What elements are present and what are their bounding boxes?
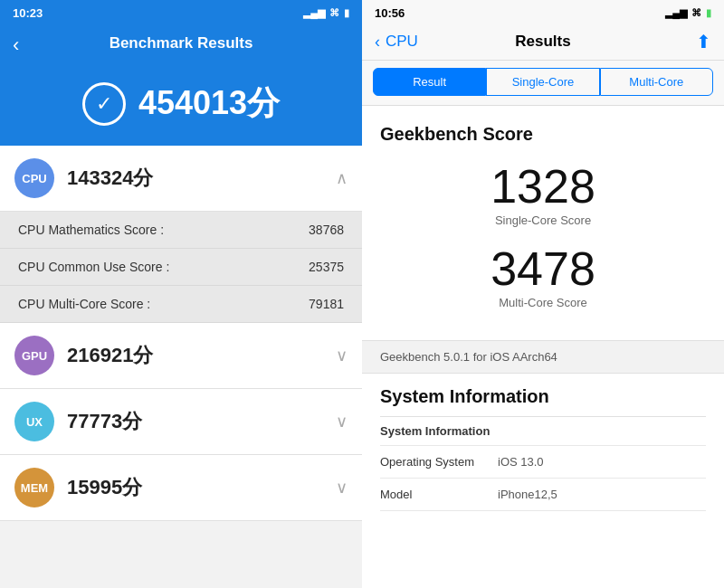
right-cpu-link[interactable]: CPU [386, 33, 418, 51]
cpu-chevron: ∧ [336, 168, 348, 188]
right-nav-wrapper: ‹ CPU Results ⬆ [375, 31, 711, 52]
mem-chevron: ∨ [336, 478, 348, 498]
right-back-button[interactable]: ‹ [375, 33, 380, 52]
right-share-button[interactable]: ⬆ [696, 31, 711, 52]
category-mem-row[interactable]: MEM 15995分 ∨ [0, 455, 362, 521]
left-panel: 10:23 ▂▄▆ ⌘ ▮ ‹ Benchmark Results ✓ 4540… [0, 0, 362, 588]
sub-row-math: CPU Mathematics Score : 38768 [0, 212, 362, 249]
sys-key-model: Model [380, 488, 498, 501]
sys-table-header: System Information [380, 417, 706, 446]
single-core-score: 1328 [380, 163, 706, 210]
tab-single-core[interactable]: Single-Core [486, 68, 599, 96]
system-info-section: System Information System Information Op… [362, 374, 724, 511]
geekbench-title: Geekbench Score [380, 124, 706, 145]
multi-core-block: 3478 Multi-Core Score [380, 245, 706, 309]
sub-value-common: 25375 [309, 260, 344, 274]
sys-key-os: Operating System [380, 455, 498, 469]
right-status-icons: ▂▄▆ ⌘ ▮ [665, 7, 711, 19]
tab-result[interactable]: Result [373, 68, 486, 96]
geekbench-note: Geekbench 5.0.1 for iOS AArch64 [362, 340, 724, 374]
sys-table: System Information Operating System iOS … [380, 416, 706, 511]
sub-value-multi: 79181 [309, 297, 344, 311]
right-signal-icon: ▂▄▆ [665, 7, 687, 19]
sub-row-multi: CPU Multi-Core Score : 79181 [0, 286, 362, 323]
category-ux-row[interactable]: UX 77773分 ∨ [0, 389, 362, 455]
right-content: Geekbench Score 1328 Single-Core Score 3… [362, 106, 724, 588]
sys-row-model: Model iPhone12,5 [380, 479, 706, 511]
battery-icon: ▮ [344, 7, 349, 19]
cpu-sub-rows: CPU Mathematics Score : 38768 CPU Common… [0, 212, 362, 323]
right-time: 10:56 [375, 6, 405, 20]
left-status-bar: 10:23 ▂▄▆ ⌘ ▮ [0, 0, 362, 25]
category-cpu-row[interactable]: CPU 143324分 ∧ [0, 146, 362, 212]
sys-row-os: Operating System iOS 13.0 [380, 446, 706, 479]
multi-core-label: Multi-Core Score [380, 296, 706, 309]
header-title: Benchmark Results [110, 34, 253, 52]
ux-badge: UX [14, 402, 54, 441]
sub-label-multi: CPU Multi-Core Score : [18, 297, 150, 311]
multi-core-score: 3478 [380, 245, 706, 292]
cpu-badge: CPU [14, 158, 54, 198]
category-cpu[interactable]: CPU 143324分 ∧ CPU Mathematics Score : 38… [0, 146, 362, 323]
back-button[interactable]: ‹ [13, 33, 19, 57]
right-battery-icon: ▮ [706, 7, 711, 19]
right-panel: 10:56 ▂▄▆ ⌘ ▮ ‹ CPU Results ⬆ Result Sin… [362, 0, 724, 588]
left-status-icons: ▂▄▆ ⌘ ▮ [303, 7, 349, 19]
ux-score: 77773分 [67, 408, 336, 435]
sub-value-math: 38768 [309, 223, 344, 237]
gpu-score: 216921分 [67, 342, 336, 369]
category-gpu-row[interactable]: GPU 216921分 ∨ [0, 323, 362, 389]
signal-icon: ▂▄▆ [303, 7, 325, 19]
geekbench-section: Geekbench Score 1328 Single-Core Score 3… [362, 106, 724, 340]
right-wifi-icon: ⌘ [691, 7, 701, 19]
gpu-chevron: ∨ [336, 346, 348, 365]
mem-badge: MEM [14, 468, 54, 507]
sys-val-model: iPhone12,5 [498, 488, 557, 501]
right-nav: ‹ CPU Results ⬆ [362, 25, 724, 61]
left-header: ‹ Benchmark Results [0, 25, 362, 65]
categories-list: CPU 143324分 ∧ CPU Mathematics Score : 38… [0, 146, 362, 588]
gpu-badge: GPU [14, 336, 54, 375]
right-status-bar: 10:56 ▂▄▆ ⌘ ▮ [362, 0, 724, 25]
left-time: 10:23 [13, 6, 43, 20]
sub-row-common: CPU Common Use Score : 25375 [0, 249, 362, 286]
ux-chevron: ∨ [336, 412, 348, 432]
sys-val-os: iOS 13.0 [498, 455, 544, 469]
mem-score: 15995分 [67, 474, 336, 501]
tab-multi-core[interactable]: Multi-Core [600, 68, 713, 96]
score-check-icon: ✓ [82, 82, 126, 126]
single-core-block: 1328 Single-Core Score [380, 163, 706, 227]
score-section: ✓ 454013分 [0, 65, 362, 146]
sub-label-math: CPU Mathematics Score : [18, 223, 164, 237]
tabs-row: Result Single-Core Multi-Core [362, 61, 724, 106]
sub-label-common: CPU Common Use Score : [18, 260, 169, 274]
single-core-label: Single-Core Score [380, 213, 706, 227]
system-info-title: System Information [380, 386, 706, 407]
wifi-icon: ⌘ [329, 7, 339, 19]
total-score: 454013分 [138, 81, 280, 126]
cpu-score: 143324分 [67, 165, 336, 192]
right-nav-title: Results [515, 33, 570, 51]
